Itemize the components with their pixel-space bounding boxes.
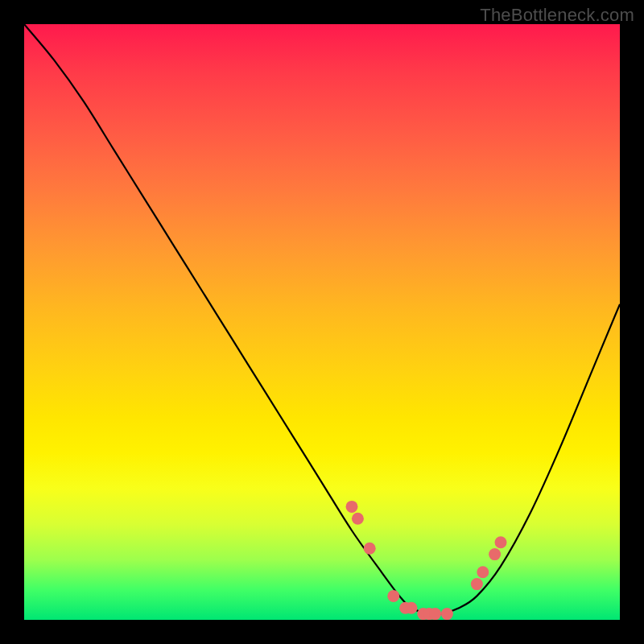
- curve-layer: [24, 24, 620, 620]
- marker-dot: [364, 543, 376, 555]
- marker-group: [346, 501, 507, 620]
- marker-dot: [441, 608, 453, 620]
- marker-dot: [387, 590, 399, 602]
- marker-dot: [471, 578, 483, 590]
- plot-area: [24, 24, 620, 620]
- marker-dot: [429, 608, 441, 620]
- marker-dot: [489, 548, 501, 560]
- marker-dot: [352, 513, 364, 525]
- marker-dot: [346, 501, 358, 513]
- bottleneck-curve: [24, 24, 620, 615]
- marker-dot: [406, 602, 418, 614]
- chart-frame: TheBottleneck.com: [0, 0, 644, 644]
- marker-dot: [495, 536, 507, 548]
- marker-dot: [477, 566, 489, 578]
- watermark-text: TheBottleneck.com: [480, 5, 634, 26]
